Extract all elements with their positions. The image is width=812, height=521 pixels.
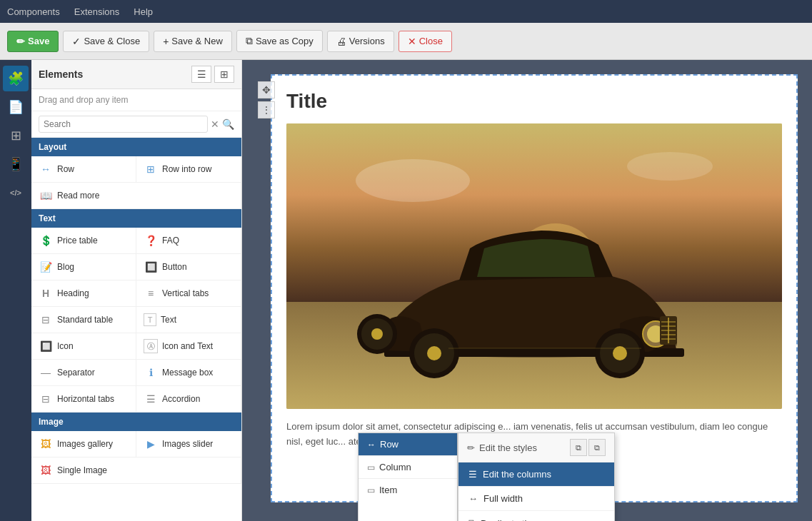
element-accordion[interactable]: ☰ Accordion (136, 386, 241, 413)
action-edit-columns[interactable]: ☰ Edit the columns (458, 462, 614, 487)
save-button[interactable]: ✏ Save (7, 31, 59, 52)
layout-grid: ↔ Row ⊞ Row into row 📖 Read more (31, 156, 241, 209)
move-handle[interactable]: ✥ (258, 81, 275, 98)
element-standard-table[interactable]: ⊟ Standard table (31, 307, 136, 333)
grid-view-button[interactable]: ⊞ (214, 66, 234, 83)
horizontal-tabs-icon: ⊟ (39, 392, 53, 406)
save-close-button[interactable]: ✓ Save & Close (63, 31, 149, 52)
context-menus: ↔ Row ▭ Column ▭ Item (358, 433, 615, 521)
sidebar-item-code[interactable]: </> (3, 180, 29, 206)
submenu-item-item[interactable]: ▭ Item (359, 479, 457, 501)
svg-point-15 (427, 346, 441, 360)
versions-icon: 🖨 (336, 36, 346, 47)
element-faq[interactable]: ❓ FAQ (136, 228, 241, 254)
images-slider-icon: ▶ (144, 437, 158, 451)
action-duplicate-row[interactable]: ⧉ Duplicate the row (458, 511, 614, 521)
single-image-icon: 🖼 (39, 463, 53, 477)
plus-icon: + (163, 36, 169, 47)
element-read-more[interactable]: 📖 Read more (31, 183, 241, 209)
icon-element-icon: 🔲 (39, 339, 53, 353)
text-icon: T (144, 313, 156, 326)
item-submenu-icon: ▭ (367, 485, 375, 495)
image-grid: 🖼 Images gallery ▶ Images slider 🖼 Singl… (31, 431, 241, 484)
close-x-icon: ✕ (408, 36, 416, 47)
row-icon: ↔ (39, 162, 53, 176)
element-horizontal-tabs[interactable]: ⊟ Horizontal tabs (31, 386, 136, 413)
more-options-handle[interactable]: ⋮ (258, 101, 275, 118)
search-bar: ✕ 🔍 (31, 111, 241, 138)
search-input[interactable] (39, 116, 208, 133)
standard-table-icon: ⊟ (39, 313, 53, 327)
read-more-icon: 📖 (39, 188, 53, 203)
element-separator[interactable]: — Separator (31, 360, 136, 386)
row-into-row-icon: ⊞ (144, 162, 158, 176)
sidebar-item-file[interactable]: 📄 (3, 94, 29, 120)
element-images-gallery[interactable]: 🖼 Images gallery (31, 431, 136, 457)
row-submenu-icon: ↔ (367, 440, 376, 450)
search-icon[interactable]: 🔍 (222, 118, 234, 130)
full-width-icon: ↔ (468, 493, 478, 504)
submenu-item-row[interactable]: ↔ Row (359, 433, 457, 456)
copy-btn-1[interactable]: ⧉ (570, 439, 587, 456)
element-message-box[interactable]: ℹ Message box (136, 360, 241, 386)
page-canvas: Title (271, 74, 798, 502)
sidebar-item-puzzle[interactable]: 🧩 (3, 66, 29, 91)
save-new-button[interactable]: + Save & New (154, 31, 232, 52)
vertical-tabs-icon: ≡ (144, 286, 158, 300)
action-full-width[interactable]: ↔ Full width (458, 487, 614, 511)
row-submenu: ↔ Row ▭ Column ▭ Item (358, 433, 458, 521)
copy-icon: ⧉ (246, 35, 253, 47)
elements-panel: Elements ☰ ⊞ Drag and drop any item ✕ 🔍 … (31, 60, 242, 521)
main-layout: 🧩 📄 ⊞ 📱 </> Elements ☰ ⊞ Drag and drop a… (0, 60, 812, 521)
edit-styles-icon: ✏ (467, 442, 475, 453)
menu-extensions[interactable]: Extensions (74, 6, 120, 17)
element-row[interactable]: ↔ Row (31, 156, 136, 183)
top-menubar: Components Extensions Help (0, 0, 812, 23)
images-gallery-icon: 🖼 (39, 437, 53, 451)
sidebar-item-mobile[interactable]: 📱 (3, 151, 29, 177)
heading-icon: H (39, 286, 53, 300)
view-toggle: ☰ ⊞ (191, 66, 234, 83)
versions-button[interactable]: 🖨 Versions (327, 31, 394, 52)
actions-header: ✏ Edit the styles ⧉ ⧉ (458, 433, 614, 462)
save-icon: ✏ (16, 36, 25, 47)
element-price-table[interactable]: 💲 Price table (31, 228, 136, 254)
svg-point-18 (371, 328, 383, 340)
toolbar: ✏ Save ✓ Save & Close + Save & New ⧉ Sav… (0, 23, 812, 60)
save-copy-button[interactable]: ⧉ Save as Copy (236, 30, 323, 52)
section-layout: Layout (31, 138, 241, 156)
element-single-image[interactable]: 🖼 Single Image (31, 457, 241, 484)
actions-header-title: ✏ Edit the styles (467, 442, 537, 453)
edit-columns-icon: ☰ (468, 469, 477, 480)
canvas-controls: ✥ ⋮ (258, 81, 275, 118)
content-area[interactable]: ✥ ⋮ Title (242, 60, 812, 521)
button-icon: 🔲 (144, 260, 158, 274)
actions-menu: ✏ Edit the styles ⧉ ⧉ ☰ Edit the columns (458, 433, 615, 521)
submenu-item-column[interactable]: ▭ Column (359, 456, 457, 479)
element-button[interactable]: 🔲 Button (136, 254, 241, 280)
element-text[interactable]: T Text (136, 307, 241, 333)
elements-header: Elements ☰ ⊞ (31, 60, 241, 89)
element-icon-and-text[interactable]: Ⓐ Icon and Text (136, 333, 241, 360)
icon-text-icon: Ⓐ (144, 339, 158, 353)
close-button[interactable]: ✕ Close (399, 31, 452, 52)
menu-help[interactable]: Help (134, 6, 153, 17)
element-row-into-row[interactable]: ⊞ Row into row (136, 156, 241, 183)
elements-title: Elements (39, 69, 83, 80)
drag-hint: Drag and drop any item (31, 89, 241, 111)
clear-search-icon[interactable]: ✕ (211, 118, 219, 130)
section-image: Image (31, 413, 241, 431)
text-grid: 💲 Price table ❓ FAQ 📝 Blog 🔲 Button H (31, 228, 241, 413)
element-vertical-tabs[interactable]: ≡ Vertical tabs (136, 280, 241, 307)
copy-btn-2[interactable]: ⧉ (588, 439, 606, 456)
menu-components[interactable]: Components (7, 6, 60, 17)
list-view-button[interactable]: ☰ (191, 66, 211, 83)
element-heading[interactable]: H Heading (31, 280, 136, 307)
element-images-slider[interactable]: ▶ Images slider (136, 431, 241, 457)
sidebar-item-grid[interactable]: ⊞ (3, 123, 29, 148)
element-blog[interactable]: 📝 Blog (31, 254, 136, 280)
separator-icon: — (39, 365, 53, 380)
blog-icon: 📝 (39, 260, 53, 274)
element-icon[interactable]: 🔲 Icon (31, 333, 136, 360)
accordion-icon: ☰ (144, 392, 158, 406)
